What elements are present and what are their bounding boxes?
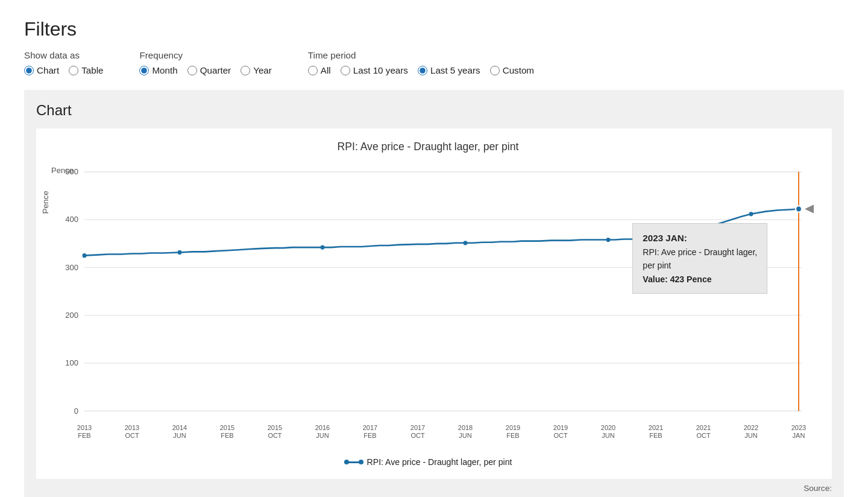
year-radio[interactable] xyxy=(241,66,250,75)
svg-text:2021: 2021 xyxy=(649,423,663,431)
filters-title: Filters xyxy=(24,18,844,40)
show-data-as-group: Show data as Chart Table xyxy=(24,50,103,75)
table-radio-option[interactable]: Table xyxy=(69,65,103,75)
svg-point-47 xyxy=(83,253,87,258)
svg-text:2018: 2018 xyxy=(458,423,473,431)
custom-radio-label: Custom xyxy=(503,65,534,75)
svg-text:2017: 2017 xyxy=(363,423,377,431)
svg-text:JUN: JUN xyxy=(459,432,471,439)
svg-text:JUN: JUN xyxy=(744,432,757,439)
svg-text:2013: 2013 xyxy=(77,423,92,431)
svg-text:300: 300 xyxy=(65,262,78,271)
svg-text:OCT: OCT xyxy=(268,432,281,439)
filters-section: Show data as Chart Table Frequency Month xyxy=(24,50,844,75)
svg-text:2013: 2013 xyxy=(125,423,139,431)
source-text: Source: xyxy=(36,484,832,493)
all-radio-option[interactable]: All xyxy=(308,65,331,75)
svg-point-49 xyxy=(321,245,325,249)
svg-point-48 xyxy=(178,250,182,255)
month-radio-option[interactable]: Month xyxy=(139,65,177,75)
year-radio-label: Year xyxy=(253,65,272,75)
svg-text:JUN: JUN xyxy=(602,432,614,439)
last5-radio[interactable] xyxy=(418,66,427,75)
time-period-label: Time period xyxy=(308,50,534,60)
custom-radio[interactable] xyxy=(490,66,500,75)
svg-text:Pence: Pence xyxy=(51,166,74,175)
chart-inner: RPI: Ave price - Draught lager, per pint… xyxy=(36,128,832,479)
time-period-options: All Last 10 years Last 5 years Custom xyxy=(308,65,534,75)
svg-text:OCT: OCT xyxy=(410,432,424,439)
svg-text:0: 0 xyxy=(74,406,78,415)
svg-text:2023: 2023 xyxy=(791,423,806,431)
show-data-as-label: Show data as xyxy=(24,50,103,60)
svg-point-52 xyxy=(749,212,753,216)
svg-marker-54 xyxy=(805,204,814,214)
chart-radio-label: Chart xyxy=(37,65,59,75)
last10-radio-option[interactable]: Last 10 years xyxy=(341,65,408,75)
svg-text:2022: 2022 xyxy=(744,423,758,431)
last5-radio-option[interactable]: Last 5 years xyxy=(418,65,480,75)
svg-text:2021: 2021 xyxy=(696,423,711,431)
last10-radio-label: Last 10 years xyxy=(353,65,408,75)
svg-text:JUN: JUN xyxy=(173,432,186,439)
last5-radio-label: Last 5 years xyxy=(430,65,480,75)
quarter-radio-option[interactable]: Quarter xyxy=(187,65,231,75)
svg-text:2016: 2016 xyxy=(315,423,330,431)
chart-legend: RPI: Ave price - Draught lager, per pint xyxy=(42,457,814,467)
svg-text:100: 100 xyxy=(65,358,78,367)
frequency-options: Month Quarter Year xyxy=(139,65,271,75)
all-radio-label: All xyxy=(321,65,331,75)
svg-text:2019: 2019 xyxy=(506,423,520,431)
svg-text:2014: 2014 xyxy=(172,423,187,431)
chart-area: 500 400 300 200 100 0 Pence Pence 2013 F… xyxy=(42,159,814,449)
table-radio-label: Table xyxy=(81,65,103,75)
svg-text:OCT: OCT xyxy=(696,432,710,439)
svg-text:2017: 2017 xyxy=(410,423,425,431)
svg-text:2019: 2019 xyxy=(553,423,568,431)
quarter-radio-label: Quarter xyxy=(200,65,231,75)
svg-text:JUN: JUN xyxy=(316,432,329,439)
chart-svg: 500 400 300 200 100 0 Pence Pence 2013 F… xyxy=(42,159,814,449)
legend-label: RPI: Ave price - Draught lager, per pint xyxy=(367,457,512,467)
month-radio-label: Month xyxy=(152,65,177,75)
svg-point-50 xyxy=(464,241,468,245)
last10-radio[interactable] xyxy=(341,66,350,75)
svg-point-51 xyxy=(606,238,611,242)
year-radio-option[interactable]: Year xyxy=(241,65,272,75)
svg-text:FEB: FEB xyxy=(221,432,233,439)
legend-item: RPI: Ave price - Draught lager, per pint xyxy=(344,457,512,467)
chart-section-title: Chart xyxy=(36,102,832,119)
custom-radio-option[interactable]: Custom xyxy=(490,65,534,75)
svg-text:OCT: OCT xyxy=(125,432,139,439)
chart-radio-option[interactable]: Chart xyxy=(24,65,59,75)
chart-container: Chart RPI: Ave price - Draught lager, pe… xyxy=(24,90,844,497)
svg-text:Pence: Pence xyxy=(42,191,50,214)
svg-text:200: 200 xyxy=(65,311,78,320)
svg-text:FEB: FEB xyxy=(78,432,90,439)
show-data-as-options: Chart Table xyxy=(24,65,103,75)
svg-text:2015: 2015 xyxy=(268,423,282,431)
frequency-label: Frequency xyxy=(139,50,271,60)
all-radio[interactable] xyxy=(308,66,318,75)
quarter-radio[interactable] xyxy=(187,66,197,75)
svg-text:FEB: FEB xyxy=(649,432,662,439)
legend-line-symbol xyxy=(344,461,363,463)
svg-point-53 xyxy=(796,206,802,212)
svg-text:2015: 2015 xyxy=(220,423,234,431)
svg-text:FEB: FEB xyxy=(506,432,519,439)
chart-heading: RPI: Ave price - Draught lager, per pint xyxy=(42,141,814,153)
svg-text:JAN: JAN xyxy=(793,432,805,439)
table-radio[interactable] xyxy=(69,66,78,75)
svg-text:400: 400 xyxy=(65,215,78,224)
frequency-group: Frequency Month Quarter Year xyxy=(139,50,271,75)
svg-text:2020: 2020 xyxy=(601,423,615,431)
svg-text:FEB: FEB xyxy=(363,432,376,439)
svg-text:OCT: OCT xyxy=(553,432,567,439)
month-radio[interactable] xyxy=(139,66,149,75)
time-period-group: Time period All Last 10 years Last 5 yea… xyxy=(308,50,534,75)
chart-radio[interactable] xyxy=(24,66,34,75)
